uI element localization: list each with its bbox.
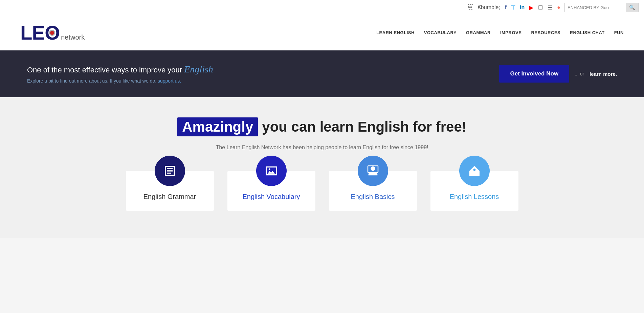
header: L E O network LEARN ENGLISH VOCABULARY G… [0,15,644,50]
social-icons:  €bumble; f 𝕋 in ▶ ☐ ☰ ● [468,4,560,11]
card-lessons-icon-circle [459,156,490,186]
logo-network-text: network [61,33,85,41]
social-icon-4[interactable]: ☐ [538,4,543,11]
card-grammar-icon-wrapper [155,156,185,186]
card-basics[interactable]: English Basics [329,171,417,211]
banner-headline: One of the most effective ways to improv… [27,64,213,75]
search-bar: 🔍 [564,3,639,12]
social-icon-5[interactable]: ☰ [548,4,552,11]
presentation-icon [366,164,380,178]
nav-learn-english[interactable]: LEARN ENGLISH [376,30,415,35]
get-involved-button[interactable]: Get Involved Now [499,65,569,83]
house-icon [468,164,481,178]
nav-english-chat[interactable]: ENGLISH CHAT [570,30,605,35]
banner-subtext-text: Explore a bit to find out more about us.… [27,78,156,84]
main-subtext: The Learn English Network has been helpi… [7,144,637,151]
image-icon [265,164,278,178]
banner-subtext: Explore a bit to find out more about us.… [27,78,213,84]
youtube-icon[interactable]: ▶ [529,4,533,11]
card-lessons-label: English Lessons [450,193,499,201]
banner-cursive: English [184,64,213,74]
twitter-icon[interactable]: 𝕋 [511,4,515,11]
card-basics-icon-circle [358,156,388,186]
card-vocabulary-icon-wrapper [256,156,287,186]
nav-grammar[interactable]: GRAMMAR [466,30,491,35]
card-grammar-label: English Grammar [143,193,196,201]
main-section: Amazingly you can learn English for free… [0,97,644,238]
card-grammar[interactable]: English Grammar [126,171,214,211]
patreon-icon[interactable]: ● [557,4,560,10]
nav-improve[interactable]: IMPROVE [500,30,521,35]
nav-vocabulary[interactable]: VOCABULARY [424,30,457,35]
cards-container: English Grammar English Vocabulary [7,171,637,211]
card-basics-label: English Basics [351,193,395,201]
banner-left: One of the most effective ways to improv… [27,64,213,84]
card-lessons-icon-wrapper [459,156,490,186]
card-basics-icon-wrapper [358,156,388,186]
linkedin-icon[interactable]: in [520,4,525,10]
banner-or-text: ... or [575,71,584,76]
headline-rest: you can learn English for free! [262,119,466,135]
card-vocabulary-label: English Vocabulary [242,193,300,201]
search-input[interactable] [565,4,626,12]
support-link[interactable]: support us. [158,78,181,84]
svg-point-1 [473,169,475,171]
logo[interactable]: L E O network [20,21,85,44]
headline-highlight: Amazingly [177,117,258,136]
card-lessons[interactable]: English Lessons [430,171,518,211]
facebook-icon[interactable]:  [468,4,473,10]
logo-leo-text: L [20,23,32,43]
nav-resources[interactable]: RESOURCES [531,30,560,35]
logo-e-text: E [32,23,45,43]
banner-headline-prefix: One of the most effective ways to improv… [27,66,182,74]
twitter-icon[interactable]: €bumble; [478,4,500,10]
top-bar:  €bumble; f 𝕋 in ▶ ☐ ☰ ● 🔍 [0,0,644,15]
logo-dot [49,30,55,36]
card-grammar-icon-circle [155,156,185,186]
card-vocabulary[interactable]: English Vocabulary [227,171,315,211]
banner: One of the most effective ways to improv… [0,50,644,97]
facebook-icon[interactable]: f [505,4,507,10]
card-vocabulary-icon-circle [256,156,287,186]
banner-right: Get Involved Now ... or learn more. [499,65,617,83]
search-button[interactable]: 🔍 [626,3,638,12]
main-nav: LEARN ENGLISH VOCABULARY GRAMMAR IMPROVE… [376,30,624,35]
learn-more-link[interactable]: learn more. [590,71,617,77]
nav-fun[interactable]: FUN [614,30,624,35]
main-headline: Amazingly you can learn English for free… [7,117,637,136]
book-icon [163,164,177,178]
